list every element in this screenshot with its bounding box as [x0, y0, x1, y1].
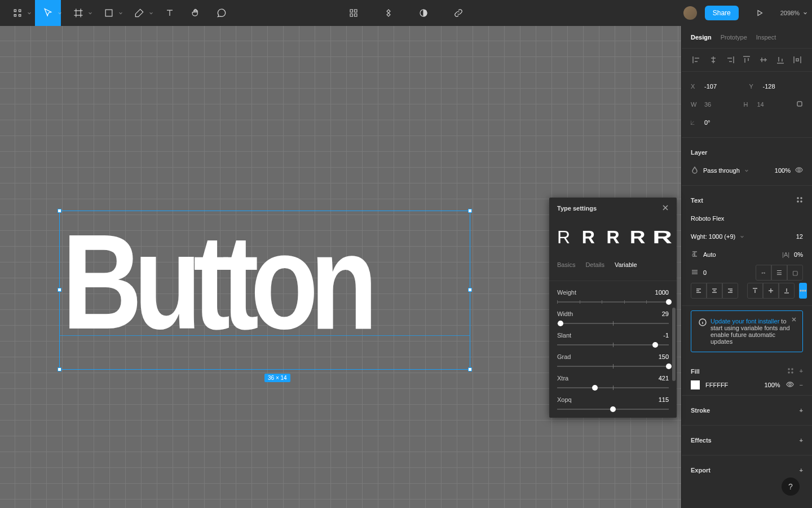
add-effect-button[interactable]: + — [800, 437, 803, 444]
type-settings-button[interactable] — [799, 283, 807, 299]
resize-handle-mr[interactable] — [468, 288, 472, 292]
axis-value[interactable]: -1 — [663, 332, 669, 339]
auto-width-button[interactable]: ↔ — [756, 265, 771, 281]
link-button[interactable] — [445, 0, 471, 26]
share-button[interactable]: Share — [705, 6, 739, 20]
type-preview: R R R R R — [549, 219, 677, 261]
axis-slider[interactable] — [557, 344, 669, 345]
component-button[interactable] — [376, 0, 401, 26]
align-right-button[interactable] — [725, 54, 736, 65]
text-align-right-button[interactable] — [722, 283, 738, 299]
axis-label: Slant — [557, 332, 571, 339]
axis-value[interactable]: 150 — [659, 353, 669, 360]
axis-value[interactable]: 421 — [659, 375, 669, 382]
text-align-bottom-button[interactable] — [779, 283, 795, 299]
axis-width: Width29 — [557, 303, 669, 324]
tab-variable[interactable]: Variable — [615, 261, 637, 274]
axis-slider[interactable] — [557, 323, 669, 324]
svg-point-8 — [801, 198, 802, 199]
resize-handle-ml[interactable] — [58, 288, 61, 292]
text-style-button[interactable] — [796, 196, 803, 204]
type-settings-title: Type settings — [557, 205, 597, 212]
layer-opacity-input[interactable]: 100% — [775, 167, 791, 174]
svg-point-14 — [805, 290, 806, 291]
axis-value[interactable]: 29 — [662, 310, 669, 317]
resize-handle-tr[interactable] — [468, 209, 472, 213]
close-button[interactable] — [662, 204, 669, 212]
mask-button[interactable] — [411, 0, 436, 26]
text-tool-button[interactable] — [157, 0, 183, 26]
rotation-input[interactable]: 0° — [704, 119, 710, 126]
comment-tool-button[interactable] — [209, 0, 235, 26]
x-input[interactable]: -107 — [704, 83, 717, 90]
selection-frame[interactable] — [59, 211, 470, 370]
callout-close-button[interactable] — [791, 317, 797, 323]
zoom-value: 2098% — [780, 10, 800, 16]
letter-spacing-input[interactable]: 0% — [794, 251, 803, 258]
callout-link[interactable]: Update your font installer — [710, 318, 779, 325]
axis-slider[interactable] — [557, 387, 669, 388]
tab-prototype[interactable]: Prototype — [721, 34, 747, 41]
edit-object-button[interactable] — [341, 0, 367, 26]
present-button[interactable] — [747, 0, 773, 26]
fill-hex-input[interactable]: FFFFFF — [705, 382, 728, 388]
help-button[interactable]: ? — [782, 478, 800, 496]
axis-value[interactable]: 1000 — [655, 289, 669, 296]
layer-section-title: Layer — [691, 149, 707, 156]
svg-rect-2 — [355, 10, 358, 12]
svg-rect-3 — [350, 14, 353, 17]
constrain-proportions-button[interactable] — [796, 100, 803, 108]
font-family-dropdown[interactable]: Roboto Flex — [691, 215, 724, 222]
resize-handle-br[interactable] — [468, 367, 472, 371]
distribute-button[interactable] — [792, 54, 803, 65]
paragraph-spacing-input[interactable]: 0 — [703, 269, 707, 276]
font-size-input[interactable]: 12 — [796, 233, 803, 240]
axis-slider[interactable] — [557, 301, 669, 303]
fill-visibility-toggle[interactable] — [786, 380, 794, 389]
blend-mode-dropdown[interactable]: Pass through — [703, 167, 740, 174]
text-align-top-button[interactable] — [747, 283, 763, 299]
fixed-size-button[interactable]: ▢ — [787, 265, 803, 281]
text-align-left-button[interactable] — [691, 283, 707, 299]
line-height-input[interactable]: Auto — [703, 251, 716, 258]
resize-handle-tl[interactable] — [58, 209, 61, 213]
axis-label: Grad — [557, 353, 571, 360]
align-left-button[interactable] — [691, 54, 702, 65]
resize-handle-bl[interactable] — [58, 367, 61, 371]
fill-swatch[interactable] — [691, 380, 700, 389]
add-fill-button[interactable]: + — [800, 367, 803, 375]
text-align-middle-button[interactable] — [763, 283, 779, 299]
align-vcenter-button[interactable] — [758, 54, 769, 65]
hand-tool-button[interactable] — [183, 0, 209, 26]
visibility-toggle[interactable] — [795, 166, 803, 175]
tab-details[interactable]: Details — [585, 261, 604, 274]
svg-rect-4 — [355, 14, 358, 17]
font-weight-dropdown[interactable]: Wght: 1000 (+9) — [691, 233, 735, 240]
fill-style-button[interactable] — [787, 367, 794, 375]
h-input[interactable]: 14 — [757, 101, 764, 108]
axis-slider[interactable] — [557, 366, 669, 367]
export-section-title: Export — [691, 467, 710, 474]
axis-value[interactable]: 115 — [659, 396, 669, 403]
tab-inspect[interactable]: Inspect — [756, 34, 776, 41]
avatar[interactable] — [683, 6, 697, 20]
text-align-center-button[interactable] — [707, 283, 722, 299]
auto-height-button[interactable]: ☰ — [771, 265, 787, 281]
align-bottom-button[interactable] — [775, 54, 786, 65]
y-input[interactable]: -128 — [763, 83, 775, 90]
tab-basics[interactable]: Basics — [557, 261, 575, 274]
tab-design[interactable]: Design — [691, 34, 712, 41]
add-export-button[interactable]: + — [800, 467, 803, 474]
zoom-dropdown[interactable]: 2098% — [780, 10, 807, 16]
align-top-button[interactable] — [741, 54, 752, 65]
axis-slider[interactable] — [557, 409, 669, 410]
svg-point-20 — [789, 383, 791, 386]
w-input[interactable]: 36 — [704, 101, 711, 108]
svg-rect-1 — [350, 10, 353, 12]
remove-fill-button[interactable]: − — [800, 382, 803, 388]
fill-opacity-input[interactable]: 100% — [764, 382, 780, 388]
svg-point-13 — [802, 290, 804, 291]
align-hcenter-button[interactable] — [708, 54, 719, 65]
add-stroke-button[interactable]: + — [800, 407, 803, 414]
scrollbar[interactable] — [672, 308, 676, 381]
